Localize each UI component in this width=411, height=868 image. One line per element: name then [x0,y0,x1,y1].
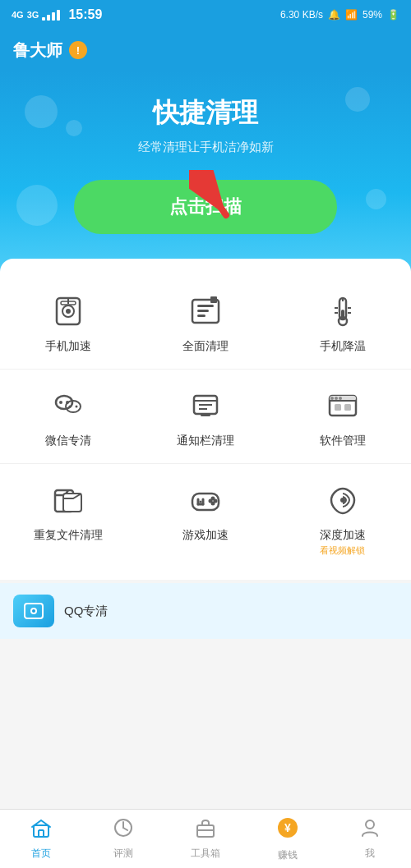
tool-app-manage-label: 软件管理 [320,434,366,448]
battery-display: 59% [363,9,382,21]
svg-rect-8 [197,305,214,307]
bubble-4 [16,185,58,226]
svg-point-38 [339,397,342,400]
nav-toolbox[interactable]: 工具箱 [164,810,247,868]
status-right: 6.30 KB/s 🔔 📶 59% 🔋 [280,9,399,21]
svg-point-50 [340,498,345,503]
tool-full-clean[interactable]: 全面清理 [137,275,275,370]
hero-section: 快捷清理 经常清理让手机洁净如新 点击扫描 [0,71,411,275]
tools-grid: 手机加速 全面清理 [0,275,411,572]
tool-phone-boost-label: 手机加速 [45,339,91,354]
svg-point-24 [69,406,72,408]
svg-line-60 [123,828,127,830]
notify-clean-icon [184,384,227,427]
game-boost-icon [184,479,227,521]
tool-dup-file[interactable]: 重复文件清理 [0,464,137,572]
tool-app-manage[interactable]: 软件管理 [274,370,411,464]
battery-icon: 🔋 [387,9,399,21]
nav-profile-icon [359,817,381,843]
nav-earn-icon: ¥ [275,815,300,845]
svg-point-25 [76,406,78,408]
nav-toolbox-label: 工具箱 [191,847,220,861]
bubble-3 [345,87,370,112]
bell-icon: 🔔 [328,9,340,21]
svg-rect-10 [197,315,206,317]
hint-text: QQ专清 [64,604,108,619]
time-display: 15:59 [68,7,102,22]
warning-icon[interactable]: ! [69,41,87,59]
tool-dup-file-label: 重复文件清理 [34,528,103,543]
wifi-icon: 📶 [345,9,358,21]
svg-point-4 [66,309,71,314]
signal-3g: 3G [27,10,39,20]
tool-phone-boost[interactable]: 手机加速 [0,275,137,370]
full-clean-icon [184,290,227,333]
tool-wechat-clean[interactable]: 微信专清 [0,370,137,464]
nav-earn-label: 赚钱 [278,848,298,862]
bubble-2 [66,120,82,136]
svg-rect-30 [201,414,210,416]
tool-notify-clean[interactable]: 通知栏清理 [137,370,275,464]
tool-full-clean-label: 全面清理 [182,339,229,354]
bubble-5 [366,189,386,209]
nav-review-icon [113,817,134,843]
phone-cool-icon [321,290,364,333]
svg-rect-34 [335,404,341,411]
status-left: 4G 3G 15:59 [12,7,102,22]
network-indicator: 4G [12,10,24,20]
tool-game-boost-label: 游戏加速 [182,528,229,543]
app-header: 鲁大师 ! [0,30,411,71]
tool-game-boost[interactable]: 游戏加速 [137,464,275,572]
app-manage-icon [321,384,364,427]
svg-point-37 [335,397,338,400]
red-arrow [189,170,238,227]
tool-deep-boost[interactable]: 深度加速 看视频解锁 [274,464,411,572]
svg-point-21 [59,401,62,404]
svg-point-65 [366,820,374,829]
svg-rect-11 [210,296,217,303]
app-title: 鲁大师 [13,39,62,62]
svg-text:¥: ¥ [284,821,291,834]
svg-rect-35 [344,404,351,411]
svg-point-49 [210,502,215,506]
hint-icon [13,595,54,627]
svg-rect-19 [341,310,344,319]
tool-phone-cool[interactable]: 手机降温 [274,275,411,370]
nav-profile-label: 我 [365,847,375,861]
nav-home[interactable]: 首页 [0,810,82,868]
nav-home-label: 首页 [31,847,51,861]
tool-notify-clean-label: 通知栏清理 [177,434,234,448]
nav-profile[interactable]: 我 [329,810,411,868]
data-speed: 6.30 KB/s [280,9,323,21]
signal-bars [42,10,60,21]
nav-review-label: 评测 [113,847,133,861]
deep-boost-icon [321,479,364,521]
bubble-1 [25,95,58,128]
tool-wechat-clean-label: 微信专清 [45,434,91,448]
status-bar: 4G 3G 15:59 6.30 KB/s 🔔 📶 59% 🔋 [0,0,411,30]
dup-file-icon [47,479,90,521]
nav-home-icon [30,817,52,843]
svg-point-53 [32,609,35,613]
svg-point-48 [210,497,215,501]
tool-deep-boost-label: 深度加速 [320,528,366,543]
phone-boost-icon [47,290,90,333]
nav-review[interactable]: 评测 [82,810,164,868]
svg-rect-9 [197,310,209,312]
tools-section: 手机加速 全面清理 [0,259,411,580]
tool-phone-cool-label: 手机降温 [320,339,366,354]
tool-deep-boost-sublabel: 看视频解锁 [320,544,365,557]
svg-rect-40 [63,494,81,512]
wechat-clean-icon [47,384,90,427]
svg-point-36 [330,397,334,400]
svg-line-1 [197,174,226,215]
bottom-hint[interactable]: QQ专清 [0,583,411,639]
hero-subtitle: 经常清理让手机洁净如新 [16,140,395,155]
bottom-nav: 首页 评测 工具箱 ¥ 赚钱 [0,809,411,868]
nav-toolbox-icon [195,817,216,843]
nav-earn[interactable]: ¥ 赚钱 [247,810,329,868]
